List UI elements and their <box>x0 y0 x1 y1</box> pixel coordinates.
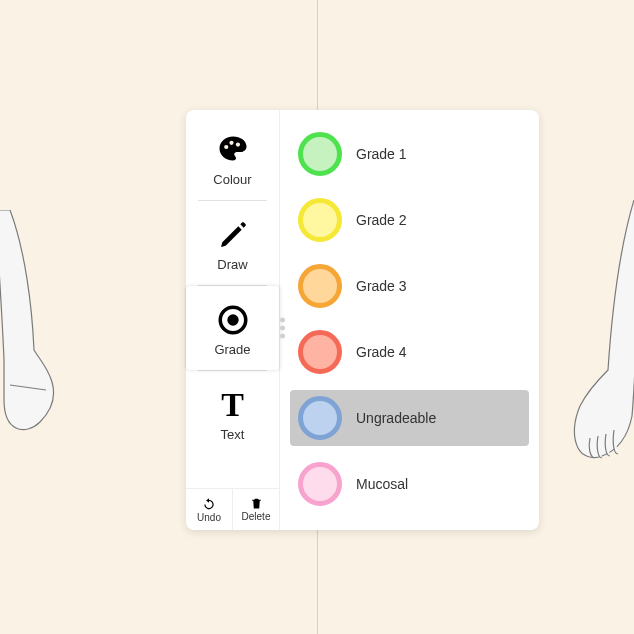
grade-option-label: Ungradeable <box>356 410 436 426</box>
body-left-arm <box>0 210 80 470</box>
tools-column: Colour Draw Grade <box>186 110 280 530</box>
tool-colour[interactable]: Colour <box>186 116 279 200</box>
grade-swatch <box>298 132 342 176</box>
grade-swatch <box>298 396 342 440</box>
tool-grade[interactable]: Grade <box>186 286 279 370</box>
grade-swatch <box>298 264 342 308</box>
grade-swatch <box>298 462 342 506</box>
body-right-arm <box>544 200 634 500</box>
grade-option[interactable]: Grade 1 <box>290 126 529 182</box>
tool-draw-label: Draw <box>217 257 247 272</box>
tool-draw[interactable]: Draw <box>186 201 279 285</box>
grade-option[interactable]: Grade 3 <box>290 258 529 314</box>
svg-point-2 <box>235 142 239 146</box>
trash-icon <box>250 497 263 510</box>
text-icon: T <box>221 385 244 425</box>
delete-button[interactable]: Delete <box>232 489 279 530</box>
grade-swatch <box>298 330 342 374</box>
svg-point-0 <box>224 144 228 148</box>
svg-point-4 <box>227 314 238 325</box>
grade-option[interactable]: Grade 4 <box>290 324 529 380</box>
undo-icon <box>202 497 216 511</box>
grade-option-label: Grade 4 <box>356 344 407 360</box>
grade-option-label: Grade 2 <box>356 212 407 228</box>
tool-panel: Colour Draw Grade <box>186 110 539 530</box>
grade-option-label: Grade 1 <box>356 146 407 162</box>
grade-options: Grade 1Grade 2Grade 3Grade 4UngradeableM… <box>280 110 539 530</box>
grade-swatch <box>298 198 342 242</box>
drag-handle-icon[interactable] <box>280 318 285 339</box>
tool-grade-label: Grade <box>214 342 250 357</box>
undo-button[interactable]: Undo <box>186 489 232 530</box>
grade-option[interactable]: Grade 2 <box>290 192 529 248</box>
target-icon <box>216 300 250 340</box>
svg-point-1 <box>229 140 233 144</box>
tool-text-label: Text <box>221 427 245 442</box>
undo-label: Undo <box>197 512 221 523</box>
grade-option-label: Mucosal <box>356 476 408 492</box>
delete-label: Delete <box>242 511 271 522</box>
tool-text[interactable]: T Text <box>186 371 279 455</box>
palette-icon <box>215 130 251 170</box>
footer-actions: Undo Delete <box>186 488 279 530</box>
grade-option-label: Grade 3 <box>356 278 407 294</box>
grade-option[interactable]: Ungradeable <box>290 390 529 446</box>
grade-option[interactable]: Mucosal <box>290 456 529 512</box>
pencil-icon <box>217 215 249 255</box>
tool-colour-label: Colour <box>213 172 251 187</box>
